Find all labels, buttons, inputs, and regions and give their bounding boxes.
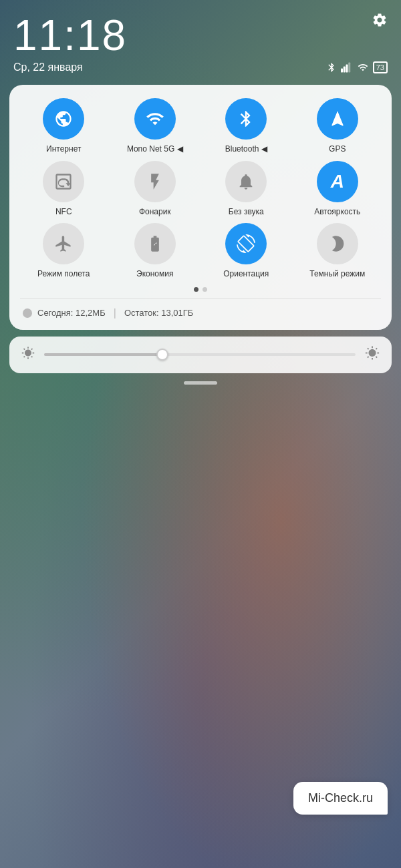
signal-icon xyxy=(341,62,353,73)
watermark-text: Mi-Check.ru xyxy=(308,791,373,805)
brightness-track[interactable] xyxy=(44,353,356,356)
airplane-label: Режим полета xyxy=(37,269,90,278)
orientation-label: Ориентация xyxy=(223,269,269,278)
gps-label: GPS xyxy=(329,144,346,154)
brightness-handle[interactable] xyxy=(156,349,168,361)
pagination-dots xyxy=(20,287,381,292)
brightness-low-icon xyxy=(21,347,35,363)
flashlight-circle xyxy=(134,161,176,202)
dark-mode-label: Темный режим xyxy=(309,269,365,278)
svg-rect-1 xyxy=(344,67,346,73)
quick-settings-panel: Интернет Mono Net 5G ◀ Bluetooth ◀ xyxy=(9,85,392,329)
bluetooth-circle xyxy=(225,98,267,140)
bluetooth-label: Bluetooth ◀ xyxy=(225,144,267,154)
status-bar: 11:18 Ср, 22 января 73 xyxy=(0,0,401,77)
toggle-orientation[interactable]: Ориентация xyxy=(203,223,290,278)
toggle-nfc[interactable]: NFC xyxy=(20,161,108,216)
toggle-dark-mode[interactable]: Темный режим xyxy=(294,223,382,278)
orientation-circle xyxy=(225,223,267,264)
data-usage-row: Сегодня: 12,2МБ | Остаток: 13,01ГБ xyxy=(20,306,381,320)
data-today: Сегодня: 12,2МБ xyxy=(37,308,106,318)
status-icons: 73 xyxy=(326,61,388,73)
nfc-label: NFC xyxy=(55,207,72,216)
autobrightness-circle: A xyxy=(317,161,358,202)
drag-handle[interactable] xyxy=(0,381,401,385)
wifi-circle xyxy=(134,98,176,140)
toggle-airplane[interactable]: Режим полета xyxy=(20,223,108,278)
toggle-battery-saver[interactable]: Экономия xyxy=(112,223,199,278)
silent-circle xyxy=(225,161,267,202)
toggle-flashlight[interactable]: Фонарик xyxy=(112,161,199,216)
battery-saver-circle xyxy=(134,223,176,264)
drag-bar xyxy=(184,381,217,385)
flashlight-label: Фонарик xyxy=(139,207,171,216)
data-remaining: Остаток: 13,01ГБ xyxy=(124,308,193,318)
date: Ср, 22 января xyxy=(13,61,83,73)
autobrightness-label: Автояркость xyxy=(314,207,360,216)
clock: 11:18 xyxy=(13,12,388,59)
toggle-bluetooth[interactable]: Bluetooth ◀ xyxy=(203,98,290,154)
data-dot-icon xyxy=(23,308,32,318)
gps-circle xyxy=(317,98,358,140)
watermark: Mi-Check.ru xyxy=(293,782,388,815)
brightness-panel xyxy=(9,337,392,373)
airplane-circle xyxy=(43,223,84,264)
brightness-high-icon xyxy=(365,346,380,364)
bluetooth-status-icon xyxy=(326,62,337,73)
toggle-autobrightness[interactable]: A Автояркость xyxy=(294,161,382,216)
toggle-silent[interactable]: Без звука xyxy=(203,161,290,216)
toggle-grid: Интернет Mono Net 5G ◀ Bluetooth ◀ xyxy=(20,98,381,278)
internet-circle xyxy=(43,98,84,140)
nfc-circle xyxy=(43,161,84,202)
divider xyxy=(20,298,381,299)
internet-label: Интернет xyxy=(46,144,81,154)
toggle-gps[interactable]: GPS xyxy=(294,98,382,154)
dot-2 xyxy=(203,287,207,292)
brightness-fill xyxy=(44,353,162,356)
battery-icon: 73 xyxy=(373,61,388,73)
silent-label: Без звука xyxy=(229,207,264,216)
svg-rect-0 xyxy=(341,69,343,73)
battery-saver-label: Экономия xyxy=(136,269,173,278)
wifi-status-icon xyxy=(357,62,369,73)
toggle-wifi[interactable]: Mono Net 5G ◀ xyxy=(112,98,199,154)
svg-rect-2 xyxy=(346,65,348,73)
svg-rect-3 xyxy=(348,63,350,73)
toggle-internet[interactable]: Интернет xyxy=(20,98,108,154)
wifi-label: Mono Net 5G ◀ xyxy=(127,144,183,154)
battery-level: 73 xyxy=(376,63,384,71)
dot-1 xyxy=(194,287,198,292)
dark-mode-circle xyxy=(317,223,358,264)
